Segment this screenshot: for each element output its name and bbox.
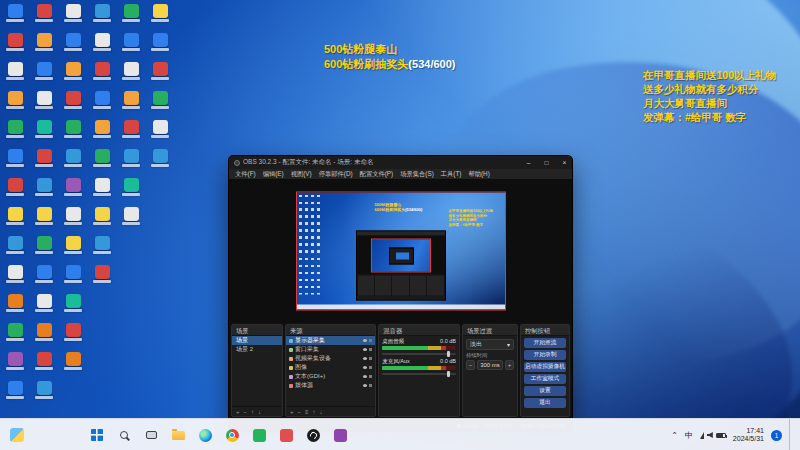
desktop-icon[interactable]	[62, 236, 84, 258]
desktop-icon[interactable]	[149, 120, 171, 142]
lock-icon[interactable]	[369, 357, 372, 360]
lock-icon[interactable]	[369, 366, 372, 369]
source-properties-button[interactable]: ≡	[305, 409, 309, 415]
desktop-icon[interactable]	[4, 149, 26, 171]
desktop-icon[interactable]	[33, 352, 55, 374]
desktop-icon[interactable]	[33, 149, 55, 171]
source-item[interactable]: 文本(GDI+)	[286, 372, 375, 381]
desktop-icon[interactable]	[120, 91, 142, 113]
desktop-icon[interactable]	[33, 91, 55, 113]
desktop-icon[interactable]	[33, 4, 55, 26]
desktop-icon[interactable]	[91, 265, 113, 287]
visibility-icon[interactable]	[363, 348, 367, 351]
desktop-icon[interactable]	[120, 178, 142, 200]
desktop-icon[interactable]	[4, 120, 26, 142]
remove-scene-button[interactable]: −	[244, 409, 248, 415]
file-explorer-icon[interactable]	[167, 424, 189, 446]
desktop-icon[interactable]	[149, 4, 171, 26]
source-item[interactable]: 视频采集设备	[286, 354, 375, 363]
desktop-icon[interactable]	[62, 91, 84, 113]
remove-source-button[interactable]: −	[298, 409, 302, 415]
desktop-icon[interactable]	[62, 62, 84, 84]
desktop-icon[interactable]	[120, 120, 142, 142]
lock-icon[interactable]	[369, 384, 372, 387]
desktop-icon[interactable]	[62, 294, 84, 316]
desktop-icon[interactable]	[91, 149, 113, 171]
desktop-icon[interactable]	[33, 236, 55, 258]
start-button[interactable]	[86, 424, 108, 446]
desktop-icon[interactable]	[62, 207, 84, 229]
virtual-camera-button[interactable]: 启动虚拟摄像机	[524, 362, 566, 372]
start-recording-button[interactable]: 开始录制	[524, 350, 566, 360]
desktop-icon[interactable]	[4, 62, 26, 84]
search-button[interactable]	[113, 424, 135, 446]
desktop-icon[interactable]	[120, 4, 142, 26]
desktop-icon[interactable]	[33, 323, 55, 345]
desktop-icon[interactable]	[33, 120, 55, 142]
desktop-icon[interactable]	[149, 149, 171, 171]
language-indicator[interactable]: 中	[685, 430, 693, 441]
source-item[interactable]: 窗口采集	[286, 345, 375, 354]
menu-view[interactable]: 视图(V)	[291, 170, 312, 179]
desktop-icon[interactable]	[33, 62, 55, 84]
volume-slider[interactable]	[382, 373, 456, 375]
chrome-icon[interactable]	[221, 424, 243, 446]
desktop-icon[interactable]	[33, 381, 55, 403]
quick-settings-button[interactable]	[700, 432, 726, 439]
desktop-icon[interactable]	[4, 91, 26, 113]
desktop-icon[interactable]	[91, 178, 113, 200]
scene-item[interactable]: 场景 2	[232, 345, 282, 354]
maximize-button[interactable]: □	[539, 156, 554, 169]
desktop-icon[interactable]	[149, 33, 171, 55]
desktop-icon[interactable]	[91, 4, 113, 26]
source-item[interactable]: 媒体源	[286, 381, 375, 390]
source-down-button[interactable]: ↓	[320, 409, 323, 415]
duration-decrease-button[interactable]: −	[466, 360, 475, 370]
desktop-icon[interactable]	[149, 91, 171, 113]
desktop-icon[interactable]	[62, 4, 84, 26]
desktop-icon[interactable]	[62, 33, 84, 55]
desktop-icon[interactable]	[91, 120, 113, 142]
slider-knob[interactable]	[447, 351, 450, 357]
volume-slider[interactable]	[382, 353, 456, 355]
desktop-icon[interactable]	[33, 265, 55, 287]
settings-button[interactable]: 设置	[524, 386, 566, 396]
desktop-icon[interactable]	[120, 207, 142, 229]
obs-icon[interactable]	[302, 424, 324, 446]
duration-increase-button[interactable]: +	[505, 360, 514, 370]
menu-scene-collection[interactable]: 场景集合(S)	[400, 170, 434, 179]
visibility-icon[interactable]	[363, 375, 367, 378]
source-item[interactable]: 显示器采集	[286, 336, 375, 345]
desktop-icon[interactable]	[62, 323, 84, 345]
show-desktop-button[interactable]	[789, 419, 792, 450]
studio-mode-button[interactable]: 工作室模式	[524, 374, 566, 384]
scene-up-button[interactable]: ↑	[251, 409, 254, 415]
desktop-icon[interactable]	[4, 207, 26, 229]
desktop-icon[interactable]	[4, 265, 26, 287]
desktop-icon[interactable]	[91, 62, 113, 84]
scene-down-button[interactable]: ↓	[258, 409, 261, 415]
obs-titlebar[interactable]: OBS 30.2.3 - 配置文件: 未命名 - 场景: 未命名 – □ ×	[229, 156, 572, 169]
menu-docks[interactable]: 停靠部件(D)	[319, 170, 353, 179]
desktop-icon[interactable]	[33, 33, 55, 55]
source-up-button[interactable]: ↑	[313, 409, 316, 415]
menu-edit[interactable]: 编辑(E)	[263, 170, 284, 179]
minimize-button[interactable]: –	[521, 156, 536, 169]
desktop-icon[interactable]	[91, 207, 113, 229]
add-scene-button[interactable]: +	[236, 409, 240, 415]
clock[interactable]: 17:41 2024/5/31	[733, 427, 764, 444]
menu-help[interactable]: 帮助(H)	[468, 170, 489, 179]
menu-profile[interactable]: 配置文件(P)	[360, 170, 394, 179]
exit-button[interactable]: 退出	[524, 398, 566, 408]
source-item[interactable]: 图像	[286, 363, 375, 372]
desktop-icon[interactable]	[33, 294, 55, 316]
menu-tools[interactable]: 工具(T)	[441, 170, 462, 179]
app-icon-red[interactable]	[275, 424, 297, 446]
desktop-icon[interactable]	[4, 178, 26, 200]
desktop-icon[interactable]	[62, 265, 84, 287]
desktop-icon[interactable]	[4, 294, 26, 316]
app-icon-purple[interactable]	[329, 424, 351, 446]
slider-knob[interactable]	[447, 371, 450, 377]
visibility-icon[interactable]	[363, 384, 367, 387]
desktop-icon[interactable]	[120, 33, 142, 55]
